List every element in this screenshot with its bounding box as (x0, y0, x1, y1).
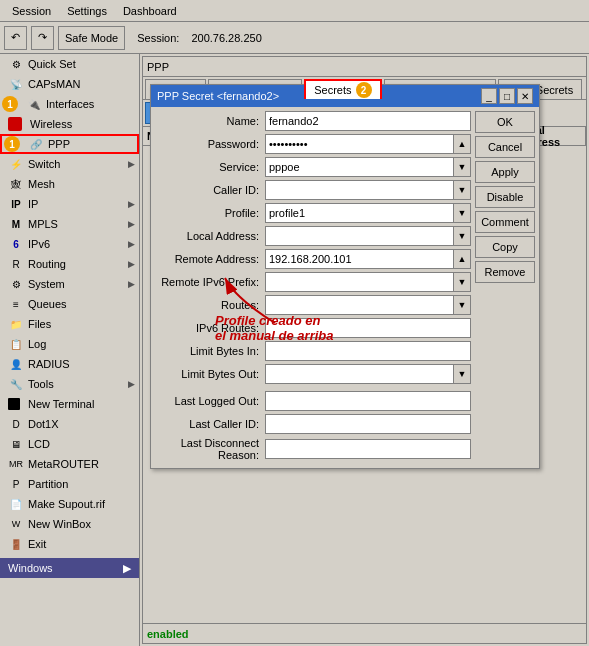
sidebar-label-quickset: Quick Set (28, 58, 76, 70)
localaddr-dropdown[interactable]: ▼ (453, 226, 471, 246)
radius-icon: 👤 (8, 356, 24, 372)
content-area: PPP Interface PPPoE Servers Secrets 2 Ac… (140, 54, 589, 646)
mpls-icon: M (8, 216, 24, 232)
ipv6-icon: 6 (8, 236, 24, 252)
input-lastcallerid[interactable] (265, 414, 471, 434)
copy-button[interactable]: Copy (475, 236, 535, 258)
apply-button[interactable]: Apply (475, 161, 535, 183)
label-remoteaddr: Remote Address: (155, 253, 265, 265)
sidebar-item-lcd[interactable]: 🖥 LCD (0, 434, 139, 454)
menu-settings[interactable]: Settings (59, 3, 115, 19)
capsman-icon: 📡 (8, 76, 24, 92)
input-lastdisconreason[interactable] (265, 439, 471, 459)
wireless-icon (8, 117, 22, 131)
sidebar-item-ip[interactable]: IP IP ▶ (0, 194, 139, 214)
tab-secrets[interactable]: Secrets 2 (304, 79, 381, 99)
sidebar-label-metarouter: MetaROUTER (28, 458, 99, 470)
field-password: Password: ▲ (155, 134, 471, 154)
sidebar-item-files[interactable]: 📁 Files (0, 314, 139, 334)
modal-buttons: OK Cancel Apply Disable Comment Copy Rem… (475, 111, 535, 464)
input-lastloggedout[interactable] (265, 391, 471, 411)
sidebar-item-capsman[interactable]: 📡 CAPsMAN (0, 74, 139, 94)
redo-button[interactable]: ↷ (31, 26, 54, 50)
dot1x-icon: D (8, 416, 24, 432)
modal-minimize[interactable]: _ (481, 88, 497, 104)
label-password: Password: (155, 138, 265, 150)
label-remotev6prefix: Remote IPv6 Prefix: (155, 276, 265, 288)
sidebar-item-mpls[interactable]: M MPLS ▶ (0, 214, 139, 234)
sidebar-item-log[interactable]: 📋 Log (0, 334, 139, 354)
sidebar-item-ppp[interactable]: 1 🔗 PPP (0, 134, 139, 154)
profile-dropdown[interactable]: ▼ (453, 203, 471, 223)
disable-button[interactable]: Disable (475, 186, 535, 208)
ip-icon: IP (8, 196, 24, 212)
lcd-icon: 🖥 (8, 436, 24, 452)
sidebar-item-metarouter[interactable]: MR MetaROUTER (0, 454, 139, 474)
sidebar-item-system[interactable]: ⚙ System ▶ (0, 274, 139, 294)
sidebar-item-dot1x[interactable]: D Dot1X (0, 414, 139, 434)
sidebar-item-quickset[interactable]: ⚙ Quick Set (0, 54, 139, 74)
files-icon: 📁 (8, 316, 24, 332)
input-remotev6prefix[interactable] (265, 272, 454, 292)
input-service[interactable] (265, 157, 454, 177)
comment-button[interactable]: Comment (475, 211, 535, 233)
sidebar-item-routing[interactable]: R Routing ▶ (0, 254, 139, 274)
toolbar: ↶ ↷ Safe Mode Session: 200.76.28.250 (0, 22, 589, 54)
sidebar-item-radius[interactable]: 👤 RADIUS (0, 354, 139, 374)
sidebar-item-wireless[interactable]: Wireless (0, 114, 139, 134)
input-localaddr[interactable] (265, 226, 454, 246)
ok-button[interactable]: OK (475, 111, 535, 133)
badge-1: 1 (2, 96, 18, 112)
newwinbox-icon: W (8, 516, 24, 532)
input-callerid[interactable] (265, 180, 454, 200)
input-password[interactable] (265, 134, 454, 154)
queues-icon: ≡ (8, 296, 24, 312)
input-routes[interactable] (265, 295, 454, 315)
sidebar-item-interfaces[interactable]: 1 🔌 Interfaces (0, 94, 139, 114)
metarouter-icon: MR (8, 456, 24, 472)
safe-mode-button[interactable]: Safe Mode (58, 26, 125, 50)
sidebar-item-tools[interactable]: 🔧 Tools ▶ (0, 374, 139, 394)
sidebar-item-switch[interactable]: ⚡ Switch ▶ (0, 154, 139, 174)
input-remoteaddr[interactable] (265, 249, 454, 269)
input-profile[interactable] (265, 203, 454, 223)
log-icon: 📋 (8, 336, 24, 352)
badge-2: 1 (4, 136, 20, 152)
routes-dropdown[interactable]: ▼ (453, 295, 471, 315)
sidebar-item-supout[interactable]: 📄 Make Supout.rif (0, 494, 139, 514)
undo-button[interactable]: ↶ (4, 26, 27, 50)
label-callerid: Caller ID: (155, 184, 265, 196)
sidebar-item-exit[interactable]: 🚪 Exit (0, 534, 139, 554)
field-service: Service: ▼ (155, 157, 471, 177)
input-ipv6routes[interactable] (265, 318, 471, 338)
menu-session[interactable]: Session (4, 3, 59, 19)
sidebar-footer: Windows ▶ (0, 558, 139, 578)
label-limitbytesout: Limit Bytes Out: (155, 368, 265, 380)
sidebar-item-mesh[interactable]: 🕸 Mesh (0, 174, 139, 194)
sidebar-label-dot1x: Dot1X (28, 418, 59, 430)
mesh-icon: 🕸 (8, 176, 24, 192)
service-dropdown[interactable]: ▼ (453, 157, 471, 177)
field-lastdisconreason: Last Disconnect Reason: (155, 437, 471, 461)
modal-maximize[interactable]: □ (499, 88, 515, 104)
remotev6prefix-dropdown[interactable]: ▼ (453, 272, 471, 292)
modal-title: PPP Secret <fernando2> (157, 90, 279, 102)
password-scroll-up[interactable]: ▲ (453, 134, 471, 154)
sidebar-item-partition[interactable]: P Partition (0, 474, 139, 494)
sidebar-label-partition: Partition (28, 478, 68, 490)
input-limitbytesout[interactable] (265, 364, 454, 384)
sidebar-item-newwinbox[interactable]: W New WinBox (0, 514, 139, 534)
remove-modal-button[interactable]: Remove (475, 261, 535, 283)
callerid-dropdown[interactable]: ▼ (453, 180, 471, 200)
input-limitbytesin[interactable] (265, 341, 471, 361)
remoteaddr-scroll-up[interactable]: ▲ (453, 249, 471, 269)
sidebar-label-mesh: Mesh (28, 178, 55, 190)
modal-close-button[interactable]: ✕ (517, 88, 533, 104)
sidebar-item-newterminal[interactable]: New Terminal (0, 394, 139, 414)
sidebar-item-ipv6[interactable]: 6 IPv6 ▶ (0, 234, 139, 254)
sidebar-item-queues[interactable]: ≡ Queues (0, 294, 139, 314)
limitbytesout-dropdown[interactable]: ▼ (453, 364, 471, 384)
cancel-button[interactable]: Cancel (475, 136, 535, 158)
menu-dashboard[interactable]: Dashboard (115, 3, 185, 19)
input-name[interactable] (265, 111, 471, 131)
